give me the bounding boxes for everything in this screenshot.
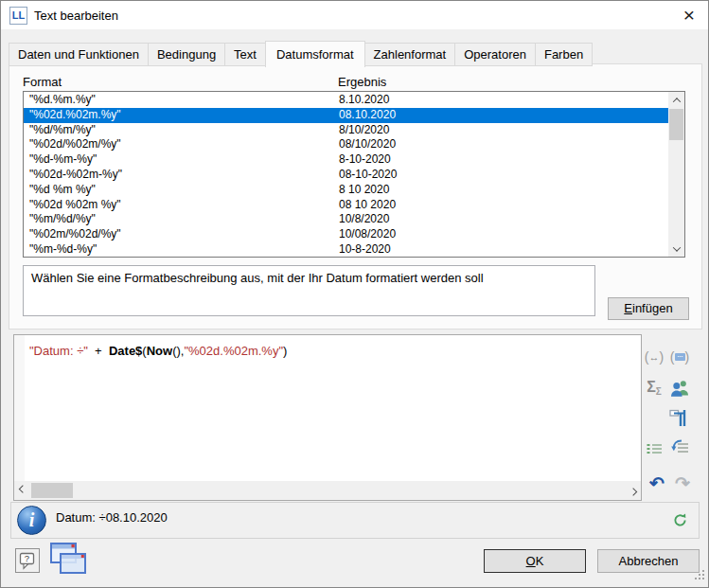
list-item[interactable]: "%02d/%02m/%y"08/10/2020 [24,137,668,152]
result-text: Datum: ÷08.10.2020 [56,510,168,525]
result-cell: 08.10.2020 [339,108,668,123]
format-listbox[interactable]: "%d.%m.%y"8.10.2020 "%02d.%02m.%y"08.10.… [23,91,685,258]
format-cell: "%d-%m-%y" [24,152,339,168]
window-title: Text bearbeiten [34,9,118,23]
vertical-scrollbar-thumb[interactable] [669,109,683,140]
horizontal-scrollbar[interactable] [14,481,641,500]
formula-token: "%02d.%02m.%y" [184,344,283,358]
result-cell: 10/08/2020 [339,227,668,242]
parentheses-arrow-icon[interactable]: (↔) [643,346,665,368]
list-item[interactable]: "%m-%d-%y"10-8-2020 [24,242,668,258]
edit-text-dialog: LL Text bearbeiten × Daten und Funktione… [0,0,709,588]
redo-icon[interactable]: ↷ [671,472,694,494]
formula-token: + [88,344,109,358]
vertical-scrollbar[interactable] [668,92,684,257]
format-cell: "%m-%d-%y" [24,242,339,258]
column-header-format: Format [23,75,62,89]
tab-farben[interactable]: Farben [536,43,593,66]
list-item-selected[interactable]: "%02d.%02m.%y"08.10.2020 [24,108,668,123]
tab-operatoren[interactable]: Operatoren [455,43,536,66]
tab-datumsformat[interactable]: Datumsformat [265,41,365,67]
cancel-button[interactable]: Abbrechen [597,549,700,573]
list-item[interactable]: "%m/%d/%y"10/8/2020 [24,212,668,227]
function-list-icon[interactable] [643,437,665,460]
format-cell: "%m/%d/%y" [24,212,339,227]
scroll-left-icon[interactable] [14,482,30,498]
datumsformat-panel: Format Ergebnis "%d.%m.%y"8.10.2020 "%02… [9,63,702,330]
tab-bedingung[interactable]: Bedingung [149,43,225,66]
formula-token: ) [283,344,287,358]
formula-token: "Datum: ÷" [29,344,88,358]
close-icon[interactable]: × [676,2,702,28]
result-cell: 8/10/2020 [339,123,668,138]
ok-button[interactable]: OK [484,549,586,573]
variables-people-icon[interactable] [668,376,691,399]
refresh-icon[interactable] [673,513,687,531]
sum-functions-icon[interactable]: ΣΣ [643,376,665,399]
formula-text: "Datum: ÷" + Date$(Now(),"%02d.%02m.%y") [29,344,287,358]
parentheses-box-icon[interactable]: (···) [668,346,691,368]
result-cell: 8 10 2020 [339,183,668,198]
formula-token: Now [147,344,172,358]
editor-margin [14,335,25,481]
list-item[interactable]: "%02d-%02m-%y"08-10-2020 [24,168,668,183]
scroll-right-icon[interactable] [625,482,641,498]
tab-zahlenformat[interactable]: Zahlenformat [365,43,456,66]
result-cell: 8-10-2020 [339,152,668,168]
list-item[interactable]: "%d.%m.%y"8.10.2020 [24,93,668,108]
formula-token: Date$ [109,344,142,358]
format-cell: "%02d/%02m/%y" [24,137,339,152]
result-bar: i Datum: ÷08.10.2020 [10,502,700,539]
list-item[interactable]: "%02d %02m %y"08 10 2020 [24,198,668,213]
preview-windows-icon[interactable] [44,541,88,582]
app-icon: LL [9,7,27,25]
result-cell: 08 10 2020 [339,198,668,213]
tab-text[interactable]: Text [225,43,266,66]
help-bubble-icon: ? [19,552,36,570]
format-rows: "%d.%m.%y"8.10.2020 "%02d.%02m.%y"08.10.… [24,93,668,258]
format-cell: "%02d-%02m-%y" [24,168,339,183]
format-cell: "%02d %02m %y" [24,198,339,213]
list-item[interactable]: "%d %m %y"8 10 2020 [24,183,668,198]
tab-bar: Daten und Funktionen Bedingung Text Datu… [9,41,593,66]
svg-text:?: ? [25,553,29,563]
resize-grip[interactable] [694,568,706,585]
column-header-ergebnis: Ergebnis [338,75,386,89]
format-cell: "%d %m %y" [24,183,339,198]
undo-icon[interactable]: ↶ [646,472,668,494]
format-cell: "%02m/%02d/%y" [24,227,339,242]
result-cell: 10-8-2020 [339,242,668,258]
list-item[interactable]: "%d/%m/%y"8/10/2020 [24,123,668,138]
titlebar: LL Text bearbeiten × [1,1,708,29]
tab-daten-und-funktionen[interactable]: Daten und Funktionen [9,43,149,66]
list-item[interactable]: "%d-%m-%y"8-10-2020 [24,152,668,168]
result-cell: 08/10/2020 [339,137,668,152]
format-cell: "%d/%m/%y" [24,123,339,138]
scroll-up-icon[interactable] [668,92,684,108]
format-cell: "%02d.%02m.%y" [24,108,339,123]
formula-token: (), [172,344,184,358]
info-icon: i [17,506,46,535]
scroll-down-icon[interactable] [668,241,684,257]
insert-field-icon[interactable] [668,406,691,429]
format-cell: "%d.%m.%y" [24,93,339,108]
result-cell: 8.10.2020 [339,93,668,108]
result-cell: 08-10-2020 [339,168,668,183]
help-button[interactable]: ? [15,548,40,573]
format-description: Wählen Sie eine Formatbeschreibung aus, … [23,265,595,316]
result-cell: 10/8/2020 [339,212,668,227]
list-item[interactable]: "%02m/%02d/%y"10/08/2020 [24,227,668,242]
wrap-list-icon[interactable] [668,436,691,458]
insert-button[interactable]: Einfügen [608,297,689,320]
horizontal-scrollbar-thumb[interactable] [31,483,73,498]
formula-editor[interactable]: "Datum: ÷" + Date$(Now(),"%02d.%02m.%y") [13,334,642,501]
